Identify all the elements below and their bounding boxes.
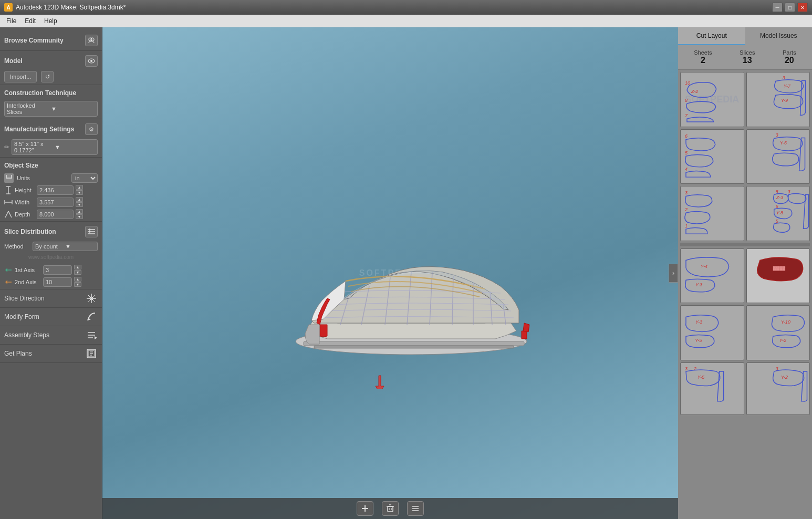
slice-direction-icon bbox=[85, 293, 98, 304]
model-container bbox=[102, 27, 678, 498]
cut-layout-grid[interactable]: SOFTPEDIA 10 Z-2 8 7 bbox=[678, 70, 812, 519]
method-dropdown[interactable]: By count ▼ bbox=[33, 242, 98, 251]
sheet-tile-11[interactable]: 3 2 Y-5 bbox=[680, 362, 744, 415]
height-spin-up[interactable]: ▲ bbox=[76, 185, 83, 190]
sheet-11-svg: 3 2 Y-5 bbox=[681, 363, 744, 405]
adjust-button[interactable] bbox=[407, 501, 424, 516]
depth-spin-down[interactable]: ▼ bbox=[76, 214, 83, 219]
slice-distribution-icon-button[interactable] bbox=[85, 226, 98, 237]
svg-text:Y-2: Y-2 bbox=[780, 375, 787, 380]
parts-value: 20 bbox=[785, 56, 794, 65]
sheet-7-svg: Y-4 Y-3 bbox=[681, 249, 744, 303]
modify-form-label: Modify Form bbox=[4, 313, 39, 320]
object-size-label: Object Size bbox=[4, 162, 38, 169]
3d-viewport[interactable]: SOFTPEDIA www.softpedia.com bbox=[102, 27, 678, 519]
axis1-spin-down[interactable]: ▼ bbox=[74, 270, 81, 275]
height-icon bbox=[4, 186, 13, 194]
axis1-input[interactable] bbox=[43, 265, 72, 275]
depth-spinners: ▲ ▼ bbox=[76, 209, 83, 219]
cut-layout-stats: Sheets 2 Slices 13 Parts 20 bbox=[678, 45, 812, 70]
menu-edit[interactable]: Edit bbox=[20, 16, 40, 26]
mfg-dropdown-arrow-icon: ▼ bbox=[55, 144, 95, 150]
axis2-spin-up[interactable]: ▲ bbox=[74, 277, 81, 282]
height-input[interactable] bbox=[37, 185, 74, 195]
minimize-button[interactable]: ─ bbox=[772, 3, 783, 12]
slice-direction-label: Slice Direction bbox=[4, 295, 45, 302]
title-bar: A Autodesk 123D Make: Softpedia.3dmk* ─ … bbox=[0, 0, 812, 15]
sheet-tile-6[interactable]: 8 Z-3 3 6 Y-8 bbox=[746, 186, 810, 241]
tab-model-issues[interactable]: Model Issues bbox=[745, 27, 813, 45]
svg-text:Y-3: Y-3 bbox=[695, 282, 702, 287]
slices-stat: Slices 13 bbox=[740, 49, 755, 65]
height-label: Height bbox=[15, 187, 35, 193]
menu-file[interactable]: File bbox=[2, 16, 20, 26]
sheet-tile-9[interactable]: Y-3 Y-5 bbox=[680, 305, 744, 360]
sheet-tile-8[interactable]: ▓▓▓▓ bbox=[746, 248, 810, 304]
modify-form-row[interactable]: Modify Form bbox=[0, 308, 102, 326]
depth-spin-up[interactable]: ▲ bbox=[76, 209, 83, 214]
sheet-tile-3[interactable]: 6 5 4 bbox=[680, 129, 744, 184]
axis1-spin-up[interactable]: ▲ bbox=[74, 265, 81, 269]
svg-rect-48 bbox=[304, 341, 524, 346]
model-visibility-button[interactable] bbox=[85, 55, 98, 67]
axis2-input[interactable] bbox=[43, 277, 72, 287]
axis2-spin-down[interactable]: ▼ bbox=[74, 282, 81, 287]
get-plans-row[interactable]: Get Plans bbox=[0, 345, 102, 363]
parts-label: Parts bbox=[783, 49, 796, 56]
refresh-button[interactable]: ↺ bbox=[41, 71, 54, 82]
sheet-row-1: SOFTPEDIA 10 Z-2 8 7 bbox=[680, 72, 810, 127]
sheet-tile-7[interactable]: Y-4 Y-3 bbox=[680, 248, 744, 304]
svg-text:Y-10: Y-10 bbox=[780, 320, 790, 325]
sheet-row-4: Y-4 Y-3 ▓▓▓▓ bbox=[680, 248, 810, 304]
browse-community-button[interactable] bbox=[85, 35, 98, 46]
sheet-tile-5[interactable]: 3 2 1 bbox=[680, 186, 744, 241]
sheet-2-svg: 3 Y-7 Y-9 bbox=[747, 72, 810, 127]
tab-cut-layout[interactable]: Cut Layout bbox=[678, 27, 745, 45]
sheet-1-svg: 10 Z-2 8 7 bbox=[681, 72, 744, 127]
svg-text:Y-9: Y-9 bbox=[780, 98, 787, 103]
import-button[interactable]: Import... bbox=[4, 71, 37, 82]
width-input[interactable] bbox=[37, 198, 74, 207]
slice-direction-row[interactable]: Slice Direction bbox=[0, 289, 102, 308]
assembly-steps-row[interactable]: Assembly Steps bbox=[0, 326, 102, 345]
construction-technique-section: Construction Technique Interlocked Slice… bbox=[0, 85, 102, 119]
axis2-icon bbox=[4, 278, 13, 286]
svg-marker-20 bbox=[5, 268, 7, 272]
height-spinners: ▲ ▼ bbox=[76, 185, 83, 195]
manufacturing-settings-gear-button[interactable]: ⚙ bbox=[85, 123, 98, 135]
close-button[interactable]: ✕ bbox=[797, 3, 808, 12]
get-plans-icon bbox=[85, 348, 98, 359]
width-spin-up[interactable]: ▲ bbox=[76, 197, 83, 202]
units-select[interactable]: in cm mm bbox=[71, 173, 98, 183]
svg-line-14 bbox=[8, 211, 12, 217]
add-button[interactable] bbox=[357, 501, 373, 516]
svg-rect-5 bbox=[6, 175, 7, 178]
width-icon bbox=[4, 198, 13, 206]
svg-text:10: 10 bbox=[685, 80, 690, 86]
svg-text:4: 4 bbox=[685, 167, 688, 172]
depth-input[interactable] bbox=[37, 210, 74, 219]
menu-help[interactable]: Help bbox=[40, 16, 61, 26]
construction-technique-dropdown[interactable]: Interlocked Slices ▼ bbox=[4, 101, 98, 117]
sheet-tile-10[interactable]: Y-10 Y-2 bbox=[746, 305, 810, 360]
sheet-tile-1[interactable]: SOFTPEDIA 10 Z-2 8 7 bbox=[680, 72, 744, 127]
right-panel: Cut Layout Model Issues Sheets 2 Slices … bbox=[678, 27, 812, 519]
mfg-size-dropdown[interactable]: 8.5" x 11" x 0.1772" ▼ bbox=[12, 139, 98, 155]
sheet-tile-12[interactable]: 3 Y-2 bbox=[746, 362, 810, 415]
maximize-button[interactable]: □ bbox=[785, 3, 795, 12]
units-icon bbox=[4, 173, 14, 183]
sheet-tile-4[interactable]: 3 Y-6 bbox=[746, 129, 810, 184]
delete-button[interactable] bbox=[382, 501, 399, 516]
svg-rect-52 bbox=[388, 506, 393, 512]
width-spin-down[interactable]: ▼ bbox=[76, 202, 83, 207]
modify-form-icon bbox=[85, 311, 98, 323]
sheet-separator bbox=[680, 243, 810, 246]
slices-label: Slices bbox=[740, 49, 755, 56]
sheets-value: 2 bbox=[701, 56, 705, 65]
height-spin-down[interactable]: ▼ bbox=[76, 190, 83, 195]
viewport-toggle-button[interactable]: › bbox=[669, 264, 678, 283]
construction-technique-label: Construction Technique bbox=[4, 89, 76, 97]
sheet-5-svg: 3 2 1 bbox=[681, 186, 744, 241]
sidebar-watermark: www.softpedia.com bbox=[4, 251, 98, 263]
sheet-tile-2[interactable]: 3 Y-7 Y-9 bbox=[746, 72, 810, 127]
